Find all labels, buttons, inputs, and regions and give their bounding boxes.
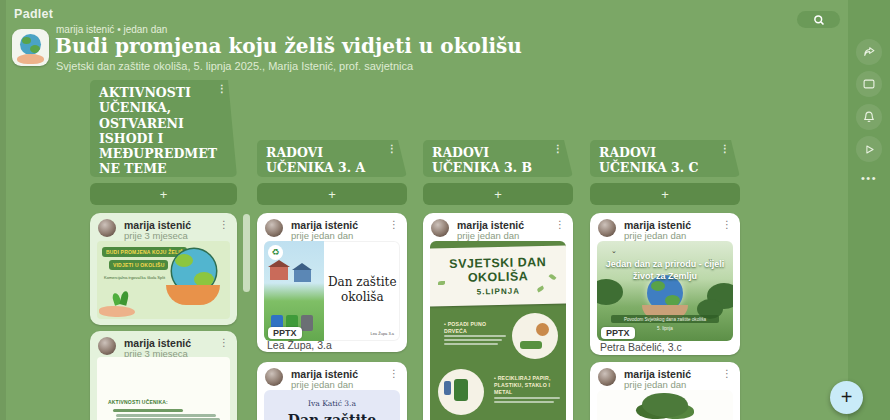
section-menu-icon[interactable]: ⋮ xyxy=(217,84,227,94)
recycling-illustration: ♻ xyxy=(264,241,324,341)
planting-illustration xyxy=(512,313,558,359)
post-menu-icon[interactable]: ⋮ xyxy=(219,338,229,348)
poster-title: SVJETSKI DAN OKOLIŠA xyxy=(430,255,566,286)
bell-icon xyxy=(862,110,876,124)
add-post-button-3[interactable]: + xyxy=(423,183,573,205)
avatar xyxy=(98,337,116,355)
attachment-preview[interactable]: ⌄ ⌄ Jedan dan za prirodu - cijeli život … xyxy=(597,241,733,341)
post-card[interactable]: marija istenić prije jedan dan ⋮ SVJETSK… xyxy=(423,213,573,420)
post-time: prije 3 mjeseca xyxy=(124,230,188,241)
section-title: RADOVI UČENIKA 3. A xyxy=(266,145,365,175)
add-post-button-4[interactable]: + xyxy=(590,183,740,205)
preview-title: Dan zaštite okoliša xyxy=(327,275,398,305)
infographic-bullet: • POSADI PUNO DRVEĆA xyxy=(444,321,506,335)
post-time: prije jedan dan xyxy=(624,230,686,241)
post-menu-icon[interactable]: ⋮ xyxy=(722,369,732,379)
section-title: RADOVI UČENIKA 3. B xyxy=(432,145,532,175)
hands-illustration xyxy=(166,285,220,305)
page-title: Budi promjena koju želiš vidjeti u okoli… xyxy=(55,34,522,58)
avatar xyxy=(265,219,283,237)
post-menu-icon[interactable]: ⋮ xyxy=(219,220,229,230)
preview-title: Dan zaštite okoliša xyxy=(264,412,400,420)
post-caption: Petra Bačelić, 3.c xyxy=(600,341,682,353)
avatar xyxy=(265,368,283,386)
attachment-type-badge: PPTX xyxy=(268,327,302,339)
post-card[interactable]: marija istenić prije jedan dan ⋮ xyxy=(590,362,740,420)
share-button[interactable] xyxy=(856,39,882,65)
attachment-preview[interactable]: ♻ Dan zaštite okoliša Lea Župa 3.a xyxy=(264,241,400,341)
post-menu-icon[interactable]: ⋮ xyxy=(555,220,565,230)
slideshow-button[interactable] xyxy=(856,136,882,162)
tree-illustration xyxy=(642,393,688,417)
section-menu-icon[interactable]: ⋮ xyxy=(553,144,563,154)
preview-subtitle: Povodom Svjetskog dana zaštite okoliša xyxy=(611,315,719,323)
section-menu-icon[interactable]: ⋮ xyxy=(387,144,397,154)
section-header-3[interactable]: RADOVI UČENIKA 3. B ⋮ xyxy=(423,140,573,177)
search-icon xyxy=(813,14,825,26)
avatar xyxy=(98,219,116,237)
section-header-4[interactable]: RADOVI UČENIKA 3. C ⋮ xyxy=(590,140,740,177)
play-icon xyxy=(863,143,876,156)
board-cover-icon[interactable] xyxy=(12,29,49,66)
post-card[interactable]: marija istenić prije jedan dan ⋮ ⌄ ⌄ Jed… xyxy=(590,213,740,355)
avatar xyxy=(598,219,616,237)
remake-button[interactable] xyxy=(856,71,882,97)
section-title: AKTIVNOSTI UČENIKA, OSTVARENI ISHODI I M… xyxy=(99,85,217,176)
post-caption: Lea Župa, 3.a xyxy=(267,339,332,351)
page-subtitle: Svjetski dan zaštite okoliša, 5. lipnja … xyxy=(56,60,413,72)
hand-illustration xyxy=(99,306,135,317)
padlet-board: { "app": { "logo": "Padlet" }, "header":… xyxy=(0,0,890,420)
infographic-preview[interactable]: SVJETSKI DAN OKOLIŠA 5.LIPNJA • POSADI P… xyxy=(430,241,566,420)
infographic-bullet: • RECIKLIRAJ PAPIR, PLASTIKU, STAKLO I M… xyxy=(494,375,564,395)
column-scrollbar[interactable] xyxy=(243,214,250,292)
post-time: prije jedan dan xyxy=(457,230,519,241)
post-menu-icon[interactable]: ⋮ xyxy=(389,220,399,230)
left-edge-strip xyxy=(0,0,6,420)
section-menu-icon[interactable]: ⋮ xyxy=(720,144,730,154)
new-post-fab[interactable]: + xyxy=(830,381,863,414)
document-preview[interactable]: AKTIVNOSTI UČENIKA: xyxy=(97,357,230,420)
document-heading: AKTIVNOSTI UČENIKA: xyxy=(108,399,168,405)
more-options-button[interactable]: ••• xyxy=(856,172,882,184)
post-menu-icon[interactable]: ⋮ xyxy=(722,220,732,230)
padlet-logo[interactable]: Padlet xyxy=(14,7,53,21)
post-card[interactable]: marija istenić prije jedan dan ⋮ Iva Kat… xyxy=(257,362,407,420)
attachment-preview[interactable]: Iva Katić 3.a Dan zaštite okoliša xyxy=(264,390,400,420)
post-card[interactable]: marija istenić prije 3 mjeseca ⋮ AKTIVNO… xyxy=(90,331,237,420)
recycling-illustration xyxy=(438,369,484,415)
hand-icon xyxy=(17,54,44,64)
earth-icon xyxy=(20,34,41,55)
section-header-2[interactable]: RADOVI UČENIKA 3. A ⋮ xyxy=(257,140,407,177)
post-card[interactable]: marija istenić prije 3 mjeseca ⋮ BUDI PR… xyxy=(90,213,237,325)
post-menu-icon[interactable]: ⋮ xyxy=(389,369,399,379)
recycle-icon: ♻ xyxy=(268,245,283,260)
section-header-1[interactable]: AKTIVNOSTI UČENIKA, OSTVARENI ISHODI I M… xyxy=(90,80,237,177)
preview-credit: Lea Župa 3.a xyxy=(370,331,394,336)
attachment-preview[interactable] xyxy=(597,390,733,420)
poster-date: 5.LIPNJA xyxy=(430,286,566,298)
avatar xyxy=(431,219,449,237)
notifications-button[interactable] xyxy=(856,104,882,130)
board-icon xyxy=(862,77,876,91)
preview-credit: Iva Katić 3.a xyxy=(264,399,400,408)
poster-text: VIDJETI U OKOLIŠU xyxy=(109,260,168,270)
avatar xyxy=(598,368,616,386)
poster-header-band: SVJETSKI DAN OKOLIŠA 5.LIPNJA xyxy=(430,246,566,307)
post-image[interactable]: BUDI PROMJENA KOJU ŽELIŠ VIDJETI U OKOLI… xyxy=(97,241,230,319)
preview-title: Jedan dan za prirodu - cijeli život za Z… xyxy=(601,259,729,282)
poster-school: Komercijalno-trgovačka škola Split xyxy=(104,275,165,280)
post-time: prije jedan dan xyxy=(291,379,353,390)
post-card[interactable]: marija istenić prije jedan dan ⋮ ♻ Dan z… xyxy=(257,213,407,352)
poster-text: BUDI PROMJENA KOJU ŽELIŠ xyxy=(102,247,187,257)
share-icon xyxy=(862,45,876,59)
add-post-button-1[interactable]: + xyxy=(90,183,237,205)
post-time: prije jedan dan xyxy=(291,230,353,241)
attachment-type-badge: PPTX xyxy=(601,327,635,339)
section-title: RADOVI UČENIKA 3. C xyxy=(599,145,698,175)
search-button[interactable] xyxy=(797,11,840,28)
add-post-button-2[interactable]: + xyxy=(257,183,407,205)
post-time: prije jedan dan xyxy=(624,379,686,390)
